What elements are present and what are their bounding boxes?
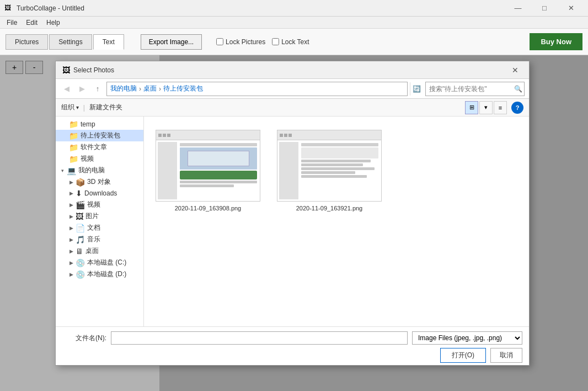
tree-arrow-articles [60, 143, 69, 152]
nav-tree: 📁 temp 📁 待上传安装包 📁 软件文章 [56, 117, 144, 326]
tree-arrow-music: ▶ [67, 235, 76, 244]
breadcrumb-level1[interactable]: 桌面 [143, 84, 157, 93]
filename-row: 文件名(N): Image Files (jpeg, .jpg, .png) [62, 331, 522, 345]
view-buttons: ⊞ ▾ ≡ [465, 101, 507, 114]
organize-button[interactable]: 组织 [61, 103, 79, 112]
window-title: TurboCollage - Untitled [17, 4, 505, 12]
file-item-1[interactable]: 2020-11-09_163908.png [153, 125, 263, 216]
lock-pictures-label: Lock Pictures [226, 38, 265, 46]
search-icon: 🔍 [514, 85, 522, 93]
tree-arrow-diskc: ▶ [67, 258, 76, 267]
tree-item-docs[interactable]: ▶ 📄 文档 [56, 222, 143, 234]
tree-arrow-video1 [60, 155, 69, 163]
window-controls: — □ ✕ [505, 0, 584, 17]
dialog-title: Select Photos [73, 66, 508, 74]
lock-text-label: Lock Text [281, 38, 309, 46]
tree-arrow-diskd: ▶ [67, 270, 76, 279]
tree-item-desktop[interactable]: ▶ 🖥 桌面 [56, 245, 143, 257]
folder-icon-video1: 📁 [69, 155, 78, 163]
bottom-buttons: 打开(O) 取消 [62, 348, 522, 363]
menu-edit[interactable]: Edit [22, 18, 42, 28]
tree-item-music[interactable]: ▶ 🎵 音乐 [56, 234, 143, 245]
minimize-button[interactable]: — [505, 0, 531, 17]
tree-item-temp[interactable]: 📁 temp [56, 119, 143, 130]
cancel-button[interactable]: 取消 [490, 348, 522, 363]
pc-icon: 💻 [67, 166, 76, 175]
file-view: 2020-11-09_163908.png [144, 117, 529, 326]
filename-label: 文件名(N): [62, 334, 106, 343]
breadcrumb-root[interactable]: 我的电脑 [110, 84, 137, 93]
tree-arrow-downloads: ▶ [67, 189, 76, 198]
dialog-close-button[interactable]: ✕ [508, 63, 522, 77]
lock-text-item: Lock Text [272, 38, 309, 46]
tab-pictures[interactable]: Pictures [6, 34, 48, 50]
view-details-button[interactable]: ≡ [494, 101, 507, 114]
tree-item-video1[interactable]: 📁 视频 [56, 153, 143, 165]
tab-settings[interactable]: Settings [49, 34, 92, 50]
docs-icon: 📄 [76, 224, 85, 233]
search-box: 🔍 [425, 82, 525, 96]
nav-back-button[interactable]: ◀ [60, 82, 73, 96]
folder-icon-articles: 📁 [69, 143, 78, 152]
tree-item-pictures[interactable]: ▶ 🖼 图片 [56, 210, 143, 222]
menu-file[interactable]: File [2, 18, 22, 28]
export-image-button[interactable]: Export Image... [141, 34, 202, 50]
file-thumbnail-2 [277, 130, 382, 202]
tree-arrow-pictures: ▶ [67, 212, 76, 221]
tree-item-downloads[interactable]: ▶ ⬇ Downloads [56, 188, 143, 199]
open-button[interactable]: 打开(O) [440, 348, 486, 363]
file-name-2: 2020-11-09_163921.png [296, 205, 363, 212]
file-name-1: 2020-11-09_163908.png [175, 205, 242, 212]
view-dropdown-button[interactable]: ▾ [479, 101, 493, 114]
path-separator-2: › [159, 85, 161, 93]
file-thumbnail-1 [156, 130, 260, 202]
tree-arrow-docs: ▶ [67, 224, 76, 233]
filename-input[interactable] [111, 331, 408, 345]
tree-arrow-desktop: ▶ [67, 247, 76, 256]
diskc-icon: 💿 [76, 258, 85, 267]
maximize-button[interactable]: □ [532, 0, 557, 17]
address-refresh-button[interactable]: 🔄 [410, 82, 423, 96]
dialog-title-bar: 🖼 Select Photos ✕ [56, 61, 529, 79]
folder-icon-3d: 📦 [76, 178, 85, 187]
tree-arrow-upload [60, 131, 69, 140]
nav-up-button[interactable]: ↑ [91, 82, 104, 96]
tree-arrow-3d: ▶ [67, 178, 76, 187]
filetype-select[interactable]: Image Files (jpeg, .jpg, .png) [412, 331, 522, 345]
tab-text[interactable]: Text [93, 34, 124, 50]
tabs-area: Pictures Settings Text [6, 34, 124, 50]
buy-now-button[interactable]: Buy Now [530, 33, 582, 50]
nav-forward-button[interactable]: ▶ [76, 82, 89, 96]
dialog-body: 📁 temp 📁 待上传安装包 📁 软件文章 [56, 117, 529, 326]
tree-item-upload[interactable]: 📁 待上传安装包 [56, 130, 143, 141]
tree-item-video2[interactable]: ▶ 🎬 视频 [56, 199, 143, 210]
lock-text-checkbox[interactable] [272, 38, 279, 45]
app-icon: 🖼 [4, 4, 13, 13]
tree-item-3d[interactable]: ▶ 📦 3D 对象 [56, 176, 143, 188]
tree-arrow-temp [60, 120, 69, 129]
tree-item-diskc[interactable]: ▶ 💿 本地磁盘 (C:) [56, 257, 143, 268]
dialog-icon: 🖼 [62, 66, 70, 75]
breadcrumb-level2[interactable]: 待上传安装包 [163, 84, 203, 93]
diskd-icon: 💿 [76, 270, 85, 279]
tree-item-diskd[interactable]: ▶ 💿 本地磁盘 (D:) [56, 268, 143, 280]
tree-item-mypc[interactable]: ▾ 💻 我的电脑 [56, 165, 143, 176]
main-content: + - 🖼 Select Photos ✕ ◀ ▶ ↑ 我的电脑 › 桌面 [0, 55, 588, 391]
downloads-icon: ⬇ [76, 189, 82, 198]
new-folder-button[interactable]: 新建文件夹 [89, 103, 122, 112]
menu-bar: File Edit Help [0, 17, 588, 29]
file-item-2[interactable]: 2020-11-09_163921.png [274, 125, 384, 216]
dialog-overlay: 🖼 Select Photos ✕ ◀ ▶ ↑ 我的电脑 › 桌面 › 待上传安… [0, 55, 588, 391]
toolbar-separator: | [83, 104, 85, 112]
tree-item-articles[interactable]: 📁 软件文章 [56, 141, 143, 153]
lock-pictures-checkbox[interactable] [216, 38, 223, 45]
help-button[interactable]: ? [511, 102, 523, 114]
view-thumbnails-button[interactable]: ⊞ [465, 101, 478, 114]
file-dialog: 🖼 Select Photos ✕ ◀ ▶ ↑ 我的电脑 › 桌面 › 待上传安… [55, 61, 530, 366]
search-input[interactable] [429, 85, 512, 93]
address-path[interactable]: 我的电脑 › 桌面 › 待上传安装包 [106, 82, 408, 96]
close-button[interactable]: ✕ [558, 0, 584, 17]
menu-help[interactable]: Help [42, 18, 65, 28]
folder-icon-temp: 📁 [69, 120, 78, 129]
toolbar: Pictures Settings Text Export Image... L… [0, 29, 588, 55]
